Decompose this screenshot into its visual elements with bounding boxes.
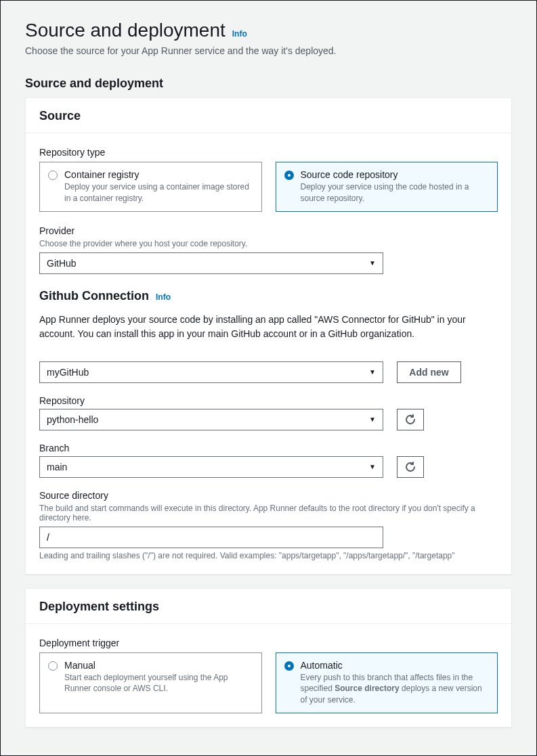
branch-label: Branch	[39, 443, 498, 453]
select-value: GitHub	[47, 258, 77, 269]
source-directory-desc: The build and start commands will execut…	[39, 504, 498, 522]
tile-container-registry[interactable]: Container registry Deploy your service u…	[39, 162, 262, 212]
deployment-settings-card: Deployment settings Deployment trigger M…	[25, 588, 512, 728]
radio-icon	[48, 171, 58, 180]
radio-icon	[48, 661, 58, 671]
radio-icon	[284, 171, 294, 180]
tile-title: Container registry	[64, 169, 253, 180]
radio-icon	[284, 661, 294, 671]
info-link[interactable]: Info	[156, 292, 171, 302]
tile-source-code-repository[interactable]: Source code repository Deploy your servi…	[276, 162, 498, 212]
refresh-branch-button[interactable]	[397, 456, 424, 478]
repository-select[interactable]: python-hello ▼	[39, 409, 383, 430]
connection-select[interactable]: myGitHub ▼	[39, 361, 383, 383]
refresh-repository-button[interactable]	[397, 409, 424, 430]
source-card: Source Repository type Container registr…	[25, 97, 512, 575]
page-title: Source and deployment	[25, 20, 225, 41]
add-new-button[interactable]: Add new	[397, 361, 461, 383]
source-card-header: Source	[26, 98, 511, 133]
source-directory-label: Source directory	[39, 490, 498, 501]
branch-select[interactable]: main ▼	[39, 456, 383, 478]
tile-title: Source code repository	[301, 169, 490, 180]
chevron-down-icon: ▼	[369, 368, 376, 376]
chevron-down-icon: ▼	[369, 259, 376, 267]
deployment-trigger-label: Deployment trigger	[39, 638, 498, 648]
select-value: main	[47, 462, 67, 472]
repository-label: Repository	[39, 395, 498, 406]
tile-desc: Deploy your service using the code hoste…	[301, 181, 490, 204]
repository-type-label: Repository type	[39, 147, 498, 158]
source-directory-help: Leading and trailing slashes ("/") are n…	[39, 551, 498, 560]
select-value: python-hello	[47, 414, 98, 425]
tile-desc: Deploy your service using a container im…	[64, 181, 253, 204]
tile-desc: Start each deployment yourself using the…	[64, 672, 253, 695]
section-heading: Source and deployment	[25, 76, 512, 91]
select-value: myGitHub	[47, 367, 89, 378]
provider-select[interactable]: GitHub ▼	[39, 252, 383, 274]
tile-deployment-automatic[interactable]: Automatic Every push to this branch that…	[276, 652, 498, 713]
tile-title: Automatic	[301, 660, 490, 671]
tile-desc: Every push to this branch that affects f…	[301, 672, 490, 706]
deployment-settings-header: Deployment settings	[26, 589, 511, 624]
tile-deployment-manual[interactable]: Manual Start each deployment yourself us…	[39, 652, 262, 713]
github-connection-heading: Github Connection	[39, 289, 149, 303]
source-directory-input[interactable]	[39, 527, 383, 548]
chevron-down-icon: ▼	[369, 463, 376, 470]
github-connection-desc: App Runner deploys your source code by i…	[39, 313, 498, 341]
tile-title: Manual	[64, 660, 253, 671]
info-link[interactable]: Info	[232, 29, 247, 39]
refresh-icon	[405, 462, 416, 472]
page-subtitle: Choose the source for your App Runner se…	[25, 45, 512, 56]
chevron-down-icon: ▼	[369, 416, 376, 423]
provider-label: Provider	[39, 225, 498, 236]
provider-desc: Choose the provider where you host your …	[39, 239, 498, 248]
refresh-icon	[405, 414, 416, 425]
